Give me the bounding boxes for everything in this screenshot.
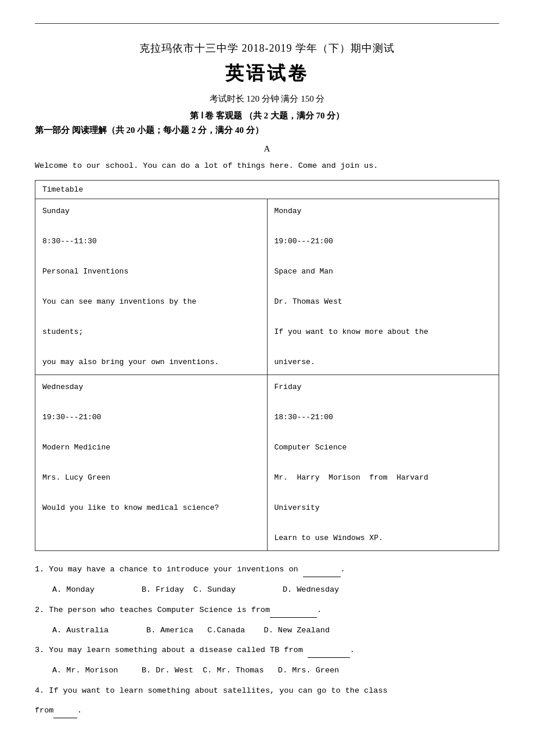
cell-friday: Friday 18:30---21:00 Computer Science Mr… xyxy=(267,375,499,550)
cell-wednesday: Wednesday 19:30---21:00 Modern Medicine … xyxy=(35,375,268,550)
top-divider xyxy=(35,23,499,24)
exam-info: 考试时长 120 分钟 满分 150 分 xyxy=(35,93,499,105)
friday-content: Friday 18:30---21:00 Computer Science Mr… xyxy=(275,380,492,546)
sunday-content: Sunday 8:30---11:30 Personal Inventions … xyxy=(42,204,260,370)
q2-number: 2. The person who teaches Computer Scien… xyxy=(35,606,322,614)
wednesday-content: Wednesday 19:30---21:00 Modern Medicine … xyxy=(42,380,260,516)
cell-monday: Monday 19:00---21:00 Space and Man Dr. T… xyxy=(267,199,499,375)
q1-options: A. Monday B. Friday C. Sunday D. Wednesd… xyxy=(52,583,499,597)
timetable-title: Timetable xyxy=(35,180,499,199)
exam-title: 英语试卷 xyxy=(35,61,499,87)
q4-cont: from . xyxy=(35,704,499,718)
passage-letter: A xyxy=(35,144,499,154)
monday-content: Monday 19:00---21:00 Space and Man Dr. T… xyxy=(275,204,492,370)
school-title: 克拉玛依市十三中学 2018-2019 学年（下）期中测试 xyxy=(35,41,499,55)
questions-section: 1. You may have a chance to introduce yo… xyxy=(35,563,499,718)
question-3: 3. You may learn something about a disea… xyxy=(35,643,499,658)
question-1: 1. You may have a chance to introduce yo… xyxy=(35,563,499,577)
q4-blank xyxy=(53,704,77,718)
question-4: 4. If you want to learn something about … xyxy=(35,684,499,698)
intro-text: Welcome to our school. You can do a lot … xyxy=(35,160,499,173)
q4-number: 4. If you want to learn something about … xyxy=(35,686,388,695)
q3-blank xyxy=(308,643,350,658)
q1-number: 1. You may have a chance to introduce yo… xyxy=(35,565,345,574)
question-2: 2. The person who teaches Computer Scien… xyxy=(35,603,499,618)
timetable: Timetable Sunday 8:30---11:30 Personal I… xyxy=(35,180,499,551)
q1-blank xyxy=(303,563,341,577)
cell-sunday: Sunday 8:30---11:30 Personal Inventions … xyxy=(35,199,268,375)
q2-options: A. Australia B. America C.Canada D. New … xyxy=(52,624,499,638)
subsection-header: 第一部分 阅读理解（共 20 小题；每小题 2 分，满分 40 分） xyxy=(35,125,499,136)
q3-number: 3. You may learn something about a disea… xyxy=(35,646,355,654)
q2-blank xyxy=(270,603,317,618)
q3-options: A. Mr. Morison B. Dr. West C. Mr. Thomas… xyxy=(52,664,499,678)
section1-header: 第 Ⅰ 卷 客观题 （共 2 大题，满分 70 分） xyxy=(35,110,499,121)
